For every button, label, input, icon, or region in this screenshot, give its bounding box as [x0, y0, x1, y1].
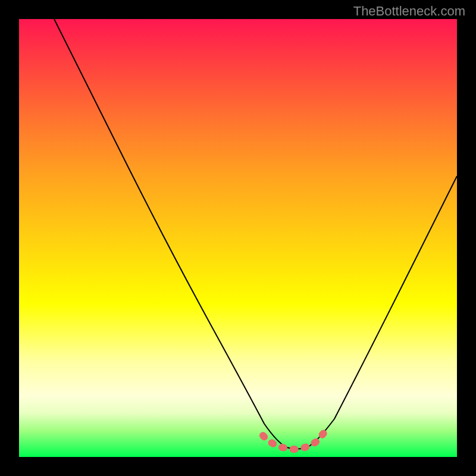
watermark-text: TheBottleneck.com — [353, 4, 465, 19]
curve-path — [54, 19, 457, 449]
highlight-segment — [263, 433, 324, 449]
chart-container: TheBottleneck.com — [0, 0, 476, 476]
plot-area — [19, 19, 457, 457]
bottleneck-curve — [19, 19, 457, 457]
